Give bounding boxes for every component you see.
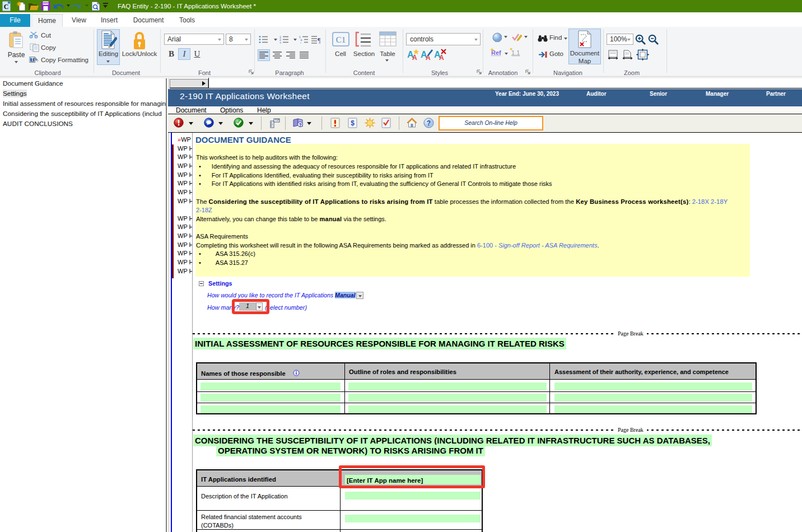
svg-text:A: A (412, 54, 417, 60)
svg-text:?: ? (427, 119, 431, 127)
svg-text:$: $ (351, 119, 355, 127)
svg-text:C1: C1 (336, 35, 346, 44)
svg-text:3: 3 (279, 41, 281, 44)
svg-text:T: T (31, 57, 34, 62)
svg-text:i: i (301, 41, 301, 44)
svg-text:A: A (439, 54, 444, 60)
svg-text:¶: ¶ (318, 36, 321, 44)
svg-text:C: C (4, 3, 9, 11)
svg-text:?: ? (299, 122, 301, 128)
